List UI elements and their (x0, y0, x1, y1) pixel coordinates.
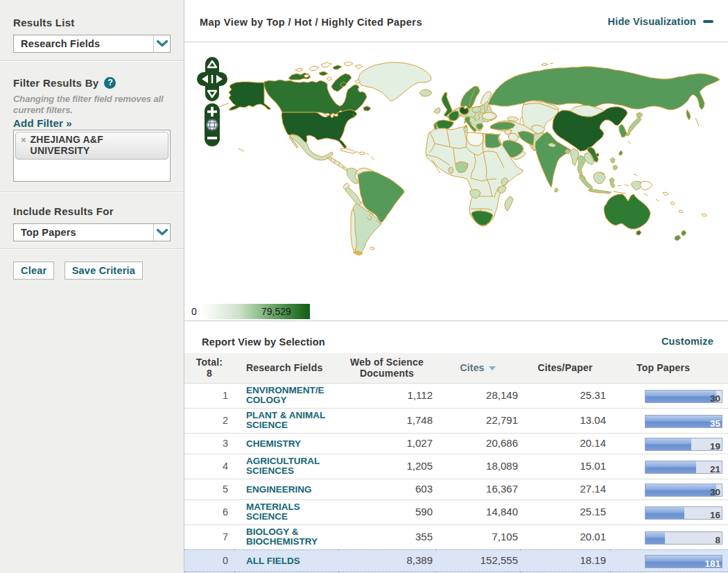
inner-border (614, 191, 626, 194)
top-papers-bar: 30 (645, 484, 722, 497)
results-list-section: Results List Research Fields (0, 0, 184, 60)
top-papers-bar-fill (645, 438, 691, 450)
country-arctic-island-d (327, 77, 332, 80)
help-icon[interactable]: ? (104, 77, 116, 89)
country-myanmar (571, 148, 579, 166)
inner-border (239, 148, 244, 151)
report-row: 3CHEMISTRY1,02720,68620.1419 (184, 434, 728, 454)
country-qe-island-1 (309, 66, 319, 71)
row-field: BIOLOGY & BIOCHEMISTRY (234, 525, 338, 550)
row-rank: 6 (184, 500, 234, 525)
report-row: 0ALL FIELDS8,389152,55518.19181 (184, 550, 728, 572)
report-row: 2PLANT & ANIMAL SCIENCE1,74822,79113.043… (184, 409, 728, 434)
row-docs: 603 (338, 479, 435, 500)
country-philippines-luzon (610, 157, 615, 163)
top-papers-value: 35 (710, 416, 720, 431)
col-cites-per-paper[interactable]: Cites/Paper (520, 353, 610, 384)
results-list-heading: Results List (13, 17, 171, 28)
row-rank: 3 (184, 434, 234, 454)
row-field: PLANT & ANIMAL SCIENCE (234, 409, 338, 434)
country-greenland (358, 62, 431, 101)
country-poland (472, 107, 481, 112)
actions-section: Clear Save Criteria (0, 250, 184, 280)
country-qe-island-5 (355, 65, 363, 69)
remove-filter-icon[interactable]: × (21, 135, 26, 146)
sidebar: Results List Research Fields Filter Resu… (0, 0, 184, 573)
row-top-papers: 16 (610, 500, 728, 525)
col-wos-documents[interactable]: Web of Science Documents (338, 353, 435, 384)
include-select[interactable]: Top Papers (13, 223, 171, 241)
map-title: Map View by Top / Hot / Highly Cited Pap… (200, 17, 422, 28)
country-sumatra (580, 175, 593, 189)
field-link[interactable]: CHEMISTRY (246, 439, 301, 449)
top-papers-bar: 8 (645, 531, 722, 545)
row-top-papers: 8 (610, 525, 728, 550)
globe-icon[interactable] (207, 119, 218, 130)
report-row: 4AGRICULTURAL SCIENCES1,20518,08915.0121 (184, 454, 728, 479)
inner-border (628, 141, 630, 144)
chevron-down-icon (157, 40, 168, 47)
include-value: Top Papers (14, 227, 153, 238)
row-cites-per-paper: 20.01 (520, 525, 610, 550)
row-docs: 1,027 (338, 434, 435, 454)
country-fiji (702, 214, 707, 216)
minus-icon (703, 20, 713, 23)
field-link[interactable]: MATERIALS SCIENCE (246, 502, 329, 522)
row-top-papers: 19 (610, 434, 728, 454)
country-nz-south-island (675, 235, 681, 241)
col-top-papers[interactable]: Top Papers (610, 353, 728, 384)
add-filter-link[interactable]: Add Filter » (13, 117, 72, 129)
field-link[interactable]: PLANT & ANIMAL SCIENCE (246, 411, 329, 430)
row-docs: 1,205 (338, 454, 435, 479)
country-ghana (449, 167, 453, 173)
report-title: Report View by Selection (202, 336, 325, 348)
filter-chip[interactable]: × ZHEJIANG A&F UNIVERSITY (15, 132, 168, 160)
top-papers-bar-fill (645, 391, 716, 402)
clear-button[interactable]: Clear (13, 262, 54, 280)
country-arctic-island-a (295, 68, 303, 71)
field-link[interactable]: AGRICULTURAL SCIENCES (246, 456, 329, 476)
map-legend: 0 79,529 (191, 304, 310, 319)
field-link[interactable]: ENVIRONMENT/ECOLOGY (246, 386, 329, 405)
country-central-america (327, 157, 349, 171)
country-madagascar (505, 196, 513, 211)
row-docs: 355 (338, 525, 435, 550)
row-cites-per-paper: 25.15 (520, 500, 610, 525)
country-korea (619, 124, 627, 137)
country-papua-new-guinea (640, 181, 652, 190)
row-cites-per-paper: 18.19 (520, 550, 610, 572)
row-rank: 1 (184, 384, 234, 409)
row-rank: 5 (184, 479, 234, 500)
field-link[interactable]: BIOLOGY & BIOCHEMISTRY (246, 527, 329, 547)
row-docs: 8,389 (338, 550, 435, 572)
map-zoom-control[interactable] (205, 103, 220, 146)
country-solomon-islands (663, 192, 668, 196)
customize-link[interactable]: Customize (661, 336, 713, 347)
report-row: 7BIOLOGY & BIOCHEMISTRY3557,10520.018 (184, 525, 728, 550)
country-java (588, 189, 612, 194)
legend-max: 79,529 (261, 306, 291, 317)
country-south-africa (471, 211, 493, 225)
field-link[interactable]: ENGINEERING (246, 485, 312, 495)
top-papers-bar: 30 (645, 390, 722, 403)
row-cites: 20,686 (435, 434, 520, 454)
country-sakhalin (686, 110, 691, 120)
col-cites[interactable]: Cites (435, 353, 520, 384)
save-criteria-button[interactable]: Save Criteria (64, 262, 143, 280)
field-link[interactable]: ALL FIELDS (246, 556, 300, 566)
country-australia (604, 194, 650, 229)
country-russia (488, 67, 720, 110)
lake-michigan (331, 114, 333, 117)
row-cites: 28,149 (435, 384, 520, 409)
sort-desc-icon (489, 366, 496, 370)
top-papers-value: 30 (710, 391, 720, 407)
top-papers-value: 19 (710, 439, 720, 454)
row-top-papers: 35 (610, 409, 728, 434)
col-research-fields[interactable]: Research Fields (234, 353, 338, 384)
country-qe-island-2 (321, 62, 331, 67)
map-pan-control[interactable] (197, 57, 227, 101)
hide-visualization-link[interactable]: Hide Visualization (608, 16, 713, 27)
country-qe-island-3 (333, 65, 342, 69)
results-list-select[interactable]: Research Fields (13, 35, 171, 53)
include-heading: Include Results For (13, 205, 171, 217)
